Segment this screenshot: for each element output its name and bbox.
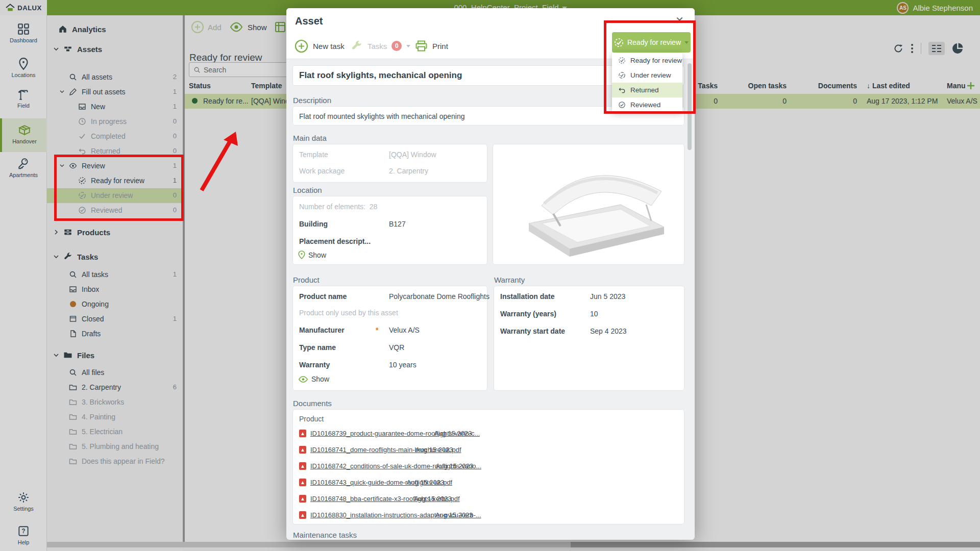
menu-item-label: Reviewed [630, 101, 660, 109]
status-dropdown-button[interactable]: Ready for review [612, 32, 691, 53]
show-label: Show [308, 251, 326, 259]
skylight-product-image [493, 144, 684, 264]
required-asterisk: * [376, 326, 378, 334]
plus-circle-icon [295, 39, 308, 53]
product-card: Product name Polycarbonate Dome Roofligh… [292, 286, 487, 391]
circle-check-icon [618, 101, 626, 109]
scrollbar-thumb[interactable] [688, 63, 692, 150]
pdf-icon: ▲ [299, 479, 306, 486]
documents-card: Product ▲ID10168739_product-guarantee-do… [292, 409, 684, 524]
print-label: Print [432, 42, 448, 51]
dashed-circle-check-icon [618, 57, 626, 64]
printer-icon [415, 40, 428, 52]
document-row[interactable]: ▲ID10168741_dome-rooflights-main-brochur… [299, 444, 461, 455]
main-data-card: Template [QQA] Window Work package 2. Ca… [292, 144, 487, 183]
template-value: [QQA] Window [389, 151, 436, 159]
elements-value: 28 [370, 203, 378, 211]
product-image-card [493, 144, 684, 265]
undo-icon [618, 86, 626, 94]
menu-item-label: Under review [630, 71, 671, 79]
wrench-icon [351, 40, 363, 52]
section-header-product: Product [293, 276, 320, 284]
document-row[interactable]: ▲ID10168743_quick-guide-dome-rooflights-… [299, 477, 452, 487]
template-label: Template [299, 151, 328, 159]
pdf-icon: ▲ [299, 511, 306, 519]
menu-item-under-review[interactable]: Under review [612, 68, 682, 83]
menu-item-label: Ready for review [630, 57, 682, 64]
new-task-button[interactable]: New task [295, 35, 345, 57]
product-name-label: Product name [299, 292, 347, 300]
pdf-icon: ▲ [299, 430, 306, 437]
section-header-maintenance-tasks: Maintenance tasks [293, 531, 357, 539]
tasks-count-badge: 0 [391, 41, 402, 51]
warranty-start-value: Sep 4 2023 [590, 327, 627, 335]
menu-item-reviewed[interactable]: Reviewed [612, 97, 682, 112]
new-task-label: New task [313, 42, 345, 51]
building-label: Building [299, 220, 328, 228]
work-package-value: 2. Carpentry [389, 167, 428, 175]
tasks-button[interactable]: Tasks 0 [351, 35, 410, 57]
menu-item-returned[interactable]: Returned [612, 83, 682, 97]
document-row[interactable]: ▲ID10168742_conditions-of-sale-uk-dome-r… [299, 461, 481, 471]
chevron-down-icon [684, 41, 689, 44]
placement-label: Placement descript... [299, 237, 371, 245]
eye-icon [298, 375, 308, 383]
dashed-circle-check-icon [614, 38, 624, 47]
product-show-link[interactable]: Show [298, 375, 329, 383]
modal-scrollbar[interactable] [688, 61, 692, 536]
status-dropdown-menu: Ready for review Under review Returned R… [612, 53, 682, 112]
document-date: Aug 15 2023 [414, 495, 452, 503]
document-row[interactable]: ▲ID10168830_installation-instructions-ad… [299, 510, 481, 520]
manufacturer-label: Manufacturer [299, 326, 345, 334]
modal-title: Asset [295, 15, 323, 27]
warranty-value: 10 years [389, 361, 416, 369]
description-text: Flat roof mounted skylights with mechani… [299, 112, 465, 120]
section-header-location: Location [293, 186, 322, 194]
section-header-description: Description [293, 96, 331, 105]
print-button[interactable]: Print [415, 35, 448, 57]
warranty-start-label: Warranty start date [500, 327, 565, 335]
location-show-link[interactable]: Show [298, 251, 326, 259]
chevron-down-icon [406, 45, 410, 47]
type-name-value: VQR [389, 343, 404, 352]
installation-date-label: Installation date [500, 292, 555, 300]
elements-row: Number of elements: 28 [299, 203, 377, 211]
section-header-warranty: Warranty [494, 276, 525, 284]
warranty-years-label: Warranty (years) [500, 310, 556, 318]
product-note: Product only used by this asset [299, 309, 398, 317]
location-pin-icon [298, 251, 305, 259]
document-date: Aug 15 2023 [415, 446, 453, 454]
document-date: Aug 15 2023 [435, 511, 473, 519]
status-label: Ready for review [627, 38, 681, 46]
location-card: Number of elements: 28 Building B127 Pla… [292, 196, 487, 265]
document-row[interactable]: ▲ID10168739_product-guarantee-dome-roofl… [299, 428, 480, 438]
pdf-icon: ▲ [299, 462, 306, 470]
menu-item-ready-for-review[interactable]: Ready for review [612, 53, 682, 68]
product-name-value: Polycarbonate Dome Rooflights [389, 292, 489, 300]
section-header-documents: Documents [293, 399, 332, 408]
tasks-label: Tasks [368, 42, 387, 51]
progress-circle-check-icon [618, 71, 626, 79]
document-date: Aug 15 2023 [436, 462, 474, 470]
installation-date-value: Jun 5 2023 [590, 292, 625, 300]
pdf-icon: ▲ [299, 446, 306, 454]
warranty-years-value: 10 [590, 310, 598, 318]
type-name-label: Type name [299, 343, 336, 352]
close-icon[interactable]: ✕ [675, 14, 684, 27]
documents-group-label: Product [299, 415, 324, 423]
menu-item-label: Returned [630, 86, 659, 94]
document-date: Aug 15 2023 [407, 479, 445, 486]
document-row[interactable]: ▲ID10168748_bba-certificate-x3-rooflight… [299, 493, 460, 504]
section-header-main-data: Main data [293, 134, 327, 142]
elements-label: Number of elements: [299, 203, 365, 211]
work-package-label: Work package [299, 167, 345, 175]
pdf-icon: ▲ [299, 495, 306, 503]
document-date: Aug 15 2023 [434, 430, 472, 437]
app-root: 000_HelpCenter_Project_Field AS Albie St… [0, 0, 980, 551]
warranty-label: Warranty [299, 361, 330, 369]
show-label: Show [311, 375, 329, 383]
warranty-card: Installation date Jun 5 2023 Warranty (y… [494, 286, 684, 391]
building-value: B127 [389, 220, 406, 228]
manufacturer-value: Velux A/S [389, 326, 420, 334]
